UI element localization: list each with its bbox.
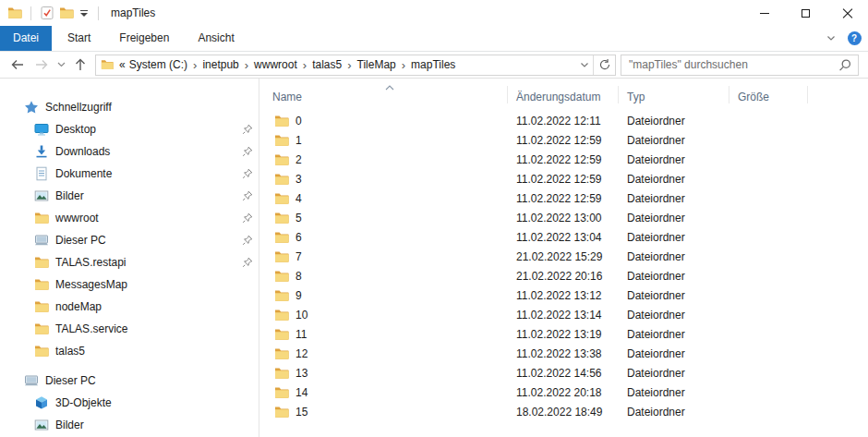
column-header-size[interactable]: Größe bbox=[738, 91, 769, 103]
file-row[interactable]: 4 11.02.2022 12:59 Dateiordner bbox=[259, 188, 868, 208]
file-row[interactable]: 3 11.02.2022 12:59 Dateiordner bbox=[259, 169, 868, 188]
sidebar-item-label: wwwroot bbox=[55, 212, 99, 225]
sidebar-item[interactable]: Desktop bbox=[0, 118, 259, 140]
tab-freigeben[interactable]: Freigeben bbox=[106, 26, 182, 51]
sidebar-item-label: Schnellzugriff bbox=[45, 101, 112, 114]
tab-datei[interactable]: Datei bbox=[0, 26, 52, 51]
folder-icon bbox=[34, 322, 49, 336]
file-modified-date: 18.02.2022 18:49 bbox=[516, 406, 602, 419]
breadcrumb-item[interactable]: talas5 bbox=[310, 58, 344, 71]
back-arrow-icon bbox=[10, 57, 25, 72]
tab-ansicht[interactable]: Ansicht bbox=[185, 26, 247, 51]
breadcrumb-item[interactable]: TileMap bbox=[356, 58, 398, 71]
sidebar-item[interactable]: Bilder bbox=[0, 185, 259, 207]
sidebar-item[interactable]: Dieser PC bbox=[0, 229, 259, 251]
pictures-icon bbox=[34, 188, 49, 203]
file-row[interactable]: 8 21.02.2022 20:16 Dateiordner bbox=[259, 266, 868, 285]
file-row[interactable]: 1 11.02.2022 12:59 Dateiordner bbox=[259, 130, 868, 150]
minimize-button[interactable] bbox=[743, 0, 785, 26]
breadcrumb-item[interactable]: mapTiles bbox=[409, 58, 457, 71]
file-type: Dateiordner bbox=[627, 406, 685, 419]
sidebar-item[interactable]: Downloads bbox=[0, 140, 259, 163]
breadcrumb-chevron[interactable]: › bbox=[189, 58, 200, 72]
refresh-button[interactable] bbox=[594, 58, 615, 71]
column-divider bbox=[807, 86, 808, 103]
qat-dropdown-icon[interactable] bbox=[78, 10, 90, 17]
sidebar-item[interactable]: TALAS.restapi bbox=[0, 251, 259, 273]
column-header-type[interactable]: Typ bbox=[627, 91, 645, 103]
file-type: Dateiordner bbox=[627, 367, 685, 380]
column-header-name[interactable]: Name bbox=[272, 91, 302, 103]
collapse-ribbon-chevron-icon[interactable] bbox=[820, 35, 842, 42]
search-input[interactable] bbox=[621, 55, 858, 75]
window-folder-icon[interactable] bbox=[7, 6, 22, 20]
sidebar-item[interactable]: nodeMap bbox=[0, 296, 259, 318]
folder-icon[interactable] bbox=[59, 6, 74, 20]
breadcrumb-item[interactable]: System (C:) bbox=[127, 58, 189, 71]
sidebar-item[interactable]: wwwroot bbox=[0, 207, 259, 229]
breadcrumb-chevron[interactable]: › bbox=[344, 58, 355, 72]
sidebar-item[interactable]: Schnellzugriff bbox=[0, 96, 259, 118]
file-name: 15 bbox=[295, 406, 307, 419]
sidebar-item-label: 3D-Objekte bbox=[55, 396, 112, 409]
file-type: Dateiordner bbox=[627, 231, 685, 244]
sidebar-item[interactable]: Dokumente bbox=[0, 163, 259, 185]
pc-icon bbox=[34, 233, 49, 248]
recent-locations-button[interactable] bbox=[54, 54, 68, 76]
sidebar-item[interactable]: Bilder bbox=[0, 414, 259, 436]
file-row[interactable]: 14 11.02.2022 20:18 Dateiordner bbox=[259, 382, 868, 402]
sidebar-item[interactable]: Dieser PC bbox=[0, 370, 259, 392]
maximize-button[interactable] bbox=[785, 0, 826, 26]
up-arrow-icon bbox=[73, 57, 88, 72]
sidebar-item[interactable]: MessagesMap bbox=[0, 273, 259, 296]
tab-start[interactable]: Start bbox=[54, 26, 103, 51]
sidebar-item[interactable]: TALAS.service bbox=[0, 318, 259, 340]
breadcrumb-overflow-chevron[interactable]: « bbox=[117, 58, 127, 71]
quick-access-toolbar: mapTiles bbox=[7, 6, 155, 20]
breadcrumb-chevron[interactable]: › bbox=[299, 58, 310, 72]
file-name: 10 bbox=[295, 309, 307, 322]
breadcrumb-item[interactable]: inetpub bbox=[200, 58, 240, 71]
breadcrumb-chevron[interactable]: › bbox=[241, 58, 252, 72]
sidebar-item[interactable]: talas5 bbox=[0, 340, 259, 362]
folder-icon bbox=[274, 346, 289, 361]
help-icon: ? bbox=[848, 31, 862, 45]
file-row[interactable]: 9 11.02.2022 13:12 Dateiordner bbox=[259, 285, 868, 305]
file-row[interactable]: 2 11.02.2022 12:59 Dateiordner bbox=[259, 150, 868, 169]
file-row[interactable]: 13 11.02.2022 14:56 Dateiordner bbox=[259, 363, 868, 382]
help-button[interactable]: ? bbox=[842, 31, 866, 45]
maximize-icon bbox=[802, 9, 810, 18]
file-row[interactable]: 5 11.02.2022 13:00 Dateiordner bbox=[259, 208, 868, 227]
file-name: 11 bbox=[295, 328, 307, 341]
sidebar-item-label: talas5 bbox=[55, 345, 85, 358]
file-modified-date: 11.02.2022 13:19 bbox=[516, 328, 602, 341]
close-button[interactable] bbox=[826, 0, 868, 26]
file-row[interactable]: 15 18.02.2022 18:49 Dateiordner bbox=[259, 402, 868, 421]
file-type: Dateiordner bbox=[627, 347, 685, 360]
file-row[interactable]: 10 11.02.2022 13:14 Dateiordner bbox=[259, 305, 868, 324]
star-icon bbox=[24, 100, 39, 115]
ribbon-tab-bar: Datei Start Freigeben Ansicht ? bbox=[0, 26, 868, 52]
address-dropdown-button[interactable] bbox=[576, 62, 593, 68]
file-row[interactable]: 7 21.02.2022 15:29 Dateiordner bbox=[259, 247, 868, 266]
address-bar[interactable]: « System (C:) › inetpub › wwwroot › bbox=[95, 55, 616, 76]
file-row[interactable]: 11 11.02.2022 13:19 Dateiordner bbox=[259, 324, 868, 344]
breadcrumb: System (C:) › inetpub › wwwroot › talas5… bbox=[127, 58, 458, 72]
folder-icon bbox=[274, 269, 289, 284]
forward-button[interactable] bbox=[30, 54, 54, 76]
sidebar-item[interactable]: 3D-Objekte bbox=[0, 392, 259, 414]
pin-icon bbox=[242, 190, 253, 201]
breadcrumb-item[interactable]: wwwroot bbox=[252, 58, 299, 71]
back-button[interactable] bbox=[6, 54, 30, 76]
file-row[interactable]: 6 11.02.2022 13:04 Dateiordner bbox=[259, 227, 868, 247]
column-divider bbox=[507, 86, 508, 103]
column-header-date[interactable]: Änderungsdatum bbox=[516, 91, 600, 103]
column-divider bbox=[618, 86, 619, 103]
properties-check-icon[interactable] bbox=[40, 6, 54, 20]
breadcrumb-chevron[interactable]: › bbox=[398, 58, 409, 72]
up-button[interactable] bbox=[68, 54, 92, 76]
pin-icon bbox=[242, 235, 253, 246]
file-row[interactable]: 0 11.02.2022 12:11 Dateiordner bbox=[259, 111, 868, 130]
file-row[interactable]: 12 11.02.2022 13:38 Dateiordner bbox=[259, 344, 868, 363]
file-name: 0 bbox=[295, 115, 302, 127]
